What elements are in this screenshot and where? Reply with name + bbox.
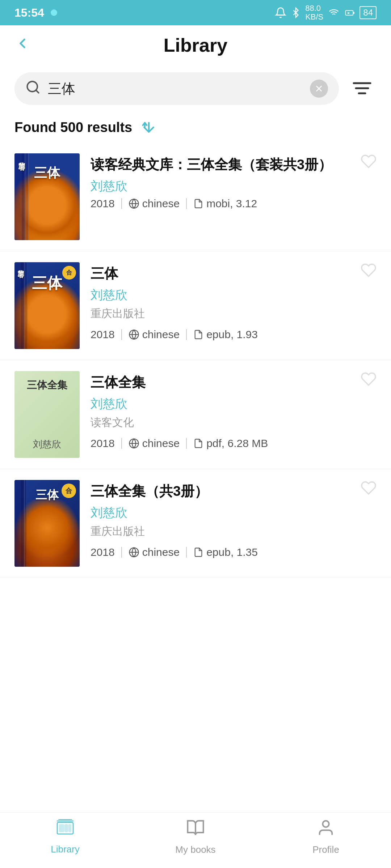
status-time: 15:54 (14, 6, 44, 20)
svg-rect-1 (346, 10, 353, 15)
nav-item-mybooks[interactable]: My books (130, 818, 261, 855)
book-year: 2018 (91, 197, 115, 210)
heart-icon (361, 153, 377, 169)
nav-item-library[interactable]: Library (0, 819, 130, 855)
status-icons: 88.0KB/S 84 (275, 4, 377, 21)
battery-level: 84 (360, 6, 377, 19)
book-publisher: 重庆出版社 (91, 524, 377, 539)
sort-icon (141, 119, 157, 135)
mybooks-nav-icon (186, 818, 205, 841)
favorite-button[interactable] (361, 371, 377, 391)
charging-icon (344, 8, 355, 18)
favorite-button[interactable] (361, 153, 377, 173)
book-publisher: 重庆出版社 (91, 306, 377, 321)
heart-icon (361, 371, 377, 387)
book-publisher: 读客文化 (91, 415, 377, 430)
book-meta: 2018 chinese mobi, 3.12 (91, 197, 377, 210)
language-icon (129, 547, 139, 558)
wifi-icon (328, 8, 340, 18)
book-cover: 三体 合 (14, 480, 80, 567)
favorite-button[interactable] (361, 262, 377, 282)
back-button[interactable] (14, 35, 30, 55)
book-format: pdf, 6.28 MB (193, 437, 268, 450)
book-info: 三体全集 刘慈欣 读客文化 2018 chinese pdf, 6.28 MB (91, 371, 377, 450)
book-format: epub, 1.93 (193, 328, 258, 341)
book-title: 三体全集 (91, 373, 377, 392)
svg-rect-23 (59, 825, 64, 832)
book-format: mobi, 3.12 (193, 197, 257, 210)
status-indicator (51, 9, 57, 16)
book-info: 三体全集（共3册） 刘慈欣 重庆出版社 2018 chinese epub, 1… (91, 480, 377, 558)
svg-rect-24 (65, 825, 68, 832)
nav-label-library: Library (51, 844, 79, 855)
svg-rect-25 (69, 825, 71, 832)
book-cover: 三体 刘慈欣 著 合 (14, 262, 80, 349)
book-title: 三体全集（共3册） (91, 482, 377, 501)
search-clear-button[interactable] (310, 80, 328, 98)
book-meta: 2018 chinese pdf, 6.28 MB (91, 437, 377, 450)
search-box[interactable] (14, 72, 339, 105)
book-author: 刘慈欣 (91, 287, 377, 303)
book-language: chinese (129, 197, 180, 210)
book-language: chinese (129, 328, 180, 341)
svg-rect-2 (353, 12, 355, 14)
book-meta: 2018 chinese epub, 1.93 (91, 328, 377, 341)
list-item[interactable]: 三体全集 刘慈欣 三体全集 刘慈欣 读客文化 2018 chinese pdf,… (0, 360, 391, 469)
file-icon (193, 329, 203, 340)
book-author: 刘慈欣 (91, 505, 377, 521)
page-header: Library (0, 25, 391, 65)
list-item[interactable]: 三体 刘慈欣 著 读客经典文库：三体全集（套装共3册） 刘慈欣 2018 chi… (0, 142, 391, 251)
book-cover: 三体 刘慈欣 著 (14, 153, 80, 240)
bluetooth-icon (291, 7, 301, 18)
svg-line-6 (36, 90, 39, 93)
file-icon (193, 547, 203, 558)
svg-point-28 (323, 821, 329, 827)
book-year: 2018 (91, 328, 115, 341)
book-format: epub, 1.35 (193, 546, 258, 558)
search-area (0, 65, 391, 112)
results-header: Found 500 results (0, 112, 391, 139)
page-title: Library (164, 34, 227, 56)
search-input[interactable] (48, 81, 303, 97)
book-year: 2018 (91, 437, 115, 450)
file-icon (193, 438, 203, 449)
favorite-button[interactable] (361, 480, 377, 500)
book-year: 2018 (91, 546, 115, 558)
results-count: Found 500 results (14, 120, 132, 135)
network-speed: 88.0KB/S (305, 4, 323, 21)
book-language: chinese (129, 546, 180, 558)
bottom-navigation: Library My books Profile (0, 812, 391, 868)
status-bar: 15:54 88.0KB/S 84 (0, 0, 391, 25)
nav-item-profile[interactable]: Profile (261, 818, 391, 855)
list-item[interactable]: 三体 刘慈欣 著 合 三体 刘慈欣 重庆出版社 2018 chinese epu… (0, 251, 391, 360)
library-nav-icon (55, 819, 75, 841)
book-info: 三体 刘慈欣 重庆出版社 2018 chinese epub, 1.93 (91, 262, 377, 341)
language-icon (129, 329, 139, 340)
filter-button[interactable] (348, 74, 377, 103)
book-meta: 2018 chinese epub, 1.35 (91, 546, 377, 558)
file-icon (193, 198, 203, 209)
book-title: 三体 (91, 264, 377, 283)
profile-nav-icon (316, 818, 335, 841)
nav-label-mybooks: My books (175, 844, 215, 855)
book-author: 刘慈欣 (91, 396, 377, 412)
sort-button[interactable] (141, 119, 157, 135)
language-icon (129, 198, 139, 209)
book-info: 读客经典文库：三体全集（套装共3册） 刘慈欣 2018 chinese mobi… (91, 153, 377, 210)
nav-label-profile: Profile (312, 844, 339, 855)
book-author: 刘慈欣 (91, 178, 377, 195)
bell-icon (275, 7, 286, 18)
list-item[interactable]: 三体 合 三体全集（共3册） 刘慈欣 重庆出版社 2018 chinese ep… (0, 469, 391, 578)
language-icon (129, 438, 139, 449)
book-title: 读客经典文库：三体全集（套装共3册） (91, 155, 377, 174)
book-list: 三体 刘慈欣 著 读客经典文库：三体全集（套装共3册） 刘慈欣 2018 chi… (0, 139, 391, 582)
book-language: chinese (129, 437, 180, 450)
search-icon (25, 80, 41, 98)
heart-icon (361, 262, 377, 278)
heart-icon (361, 480, 377, 496)
book-cover: 三体全集 刘慈欣 (14, 371, 80, 458)
filter-icon (352, 80, 372, 97)
